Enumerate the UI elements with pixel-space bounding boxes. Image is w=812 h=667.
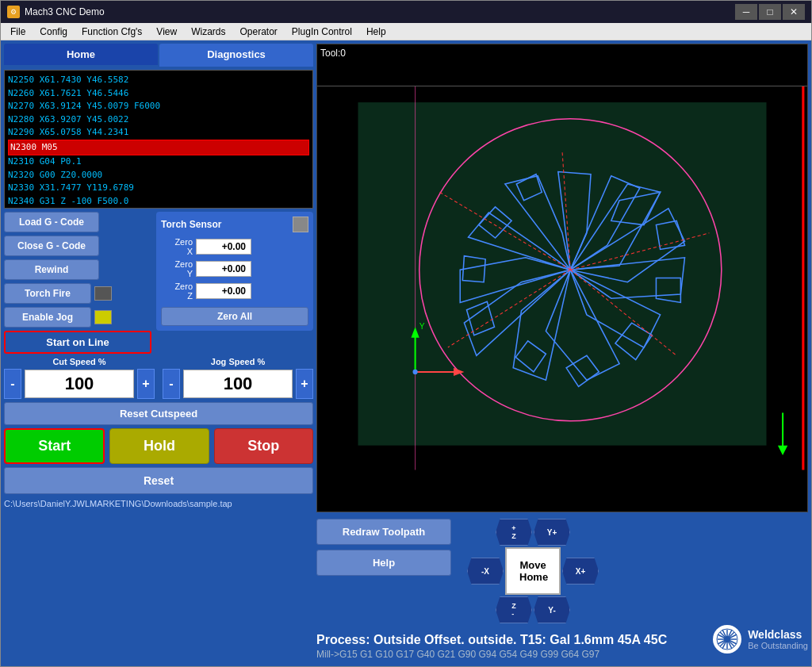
weldclass-text: Weldclass Be Outstanding (748, 628, 808, 650)
sensor-z-value[interactable] (196, 283, 251, 299)
sensor-indicator-light (293, 217, 308, 232)
svg-text:Y: Y (419, 322, 425, 331)
filepath: C:\Users\DanielY.JWLMARKETING\Downloads\… (4, 499, 313, 508)
right-panel: Tool:0 (316, 44, 808, 663)
speed-section: Cut Speed % - 100 + Jog Speed % - 100 + (4, 357, 313, 399)
sensor-y-label: ZeroY (161, 259, 193, 278)
y-minus-button[interactable]: Y- (534, 596, 570, 623)
close-gcode-button[interactable]: Close G - Code (4, 236, 99, 256)
sensor-x-value[interactable] (196, 239, 251, 255)
gcode-line-7: N2320 G00 Z20.0000 (8, 169, 309, 182)
sensor-x-row: ZeroX (161, 237, 308, 256)
title-bar-left: ⚙ Mach3 CNC Demo (7, 6, 105, 18)
bottom-controls: Redraw Toolpath Help +Z Y+ -X M (316, 516, 808, 627)
jog-speed-label: Jog Speed % (163, 357, 313, 366)
nav-bottom-row: Z- Y- (496, 596, 570, 623)
jog-indicator (94, 310, 112, 324)
toolpath-area: Tool:0 (316, 44, 808, 512)
z-plus-button[interactable]: +Z (496, 519, 532, 546)
jog-speed-plus[interactable]: + (296, 369, 313, 399)
enable-jog-button[interactable]: Enable Jog (4, 307, 91, 328)
title-bar: ⚙ Mach3 CNC Demo ─ □ ✕ (1, 1, 811, 23)
start-on-line-button[interactable]: Start on Line (4, 331, 151, 354)
y-plus-button[interactable]: Y+ (534, 519, 570, 546)
torch-fire-row: Torch Fire (4, 283, 151, 304)
title-bar-controls: ─ □ ✕ (735, 4, 805, 20)
z-minus-button[interactable]: Z- (496, 596, 532, 623)
jog-speed-group: Jog Speed % - 100 + (163, 357, 313, 399)
cut-speed-minus[interactable]: - (4, 369, 21, 399)
menu-file[interactable]: File (4, 25, 32, 39)
app-icon: ⚙ (7, 6, 20, 18)
zero-all-button[interactable]: Zero All (161, 307, 308, 326)
cut-speed-plus[interactable]: + (137, 369, 155, 399)
left-panel: Home Diagnostics N2250 X61.7430 Y46.5582… (4, 44, 313, 663)
gcode-line-2: N2270 X63.9124 Y45.0079 F6000 (8, 100, 309, 113)
gcode-line-1: N2260 X61.7621 Y46.5446 (8, 87, 309, 101)
z-axis-group: +Z (496, 519, 532, 546)
sensor-y-value[interactable] (196, 261, 251, 277)
svg-point-10 (413, 370, 418, 374)
weldclass-name: Weldclass (748, 628, 808, 641)
menu-operator[interactable]: Operator (234, 25, 284, 39)
x-plus-button[interactable]: X+ (562, 558, 599, 585)
minimize-button[interactable]: ─ (735, 4, 757, 20)
stop-button[interactable]: Stop (214, 428, 313, 464)
menu-help[interactable]: Help (360, 25, 393, 39)
process-subtitle: Mill->G15 G1 G10 G17 G40 G21 G90 G94 G54… (316, 649, 667, 660)
gcode-line-8: N2330 X31.7477 Y119.6789 (8, 182, 309, 195)
gcode-view[interactable]: N2250 X61.7430 Y46.5582 N2260 X61.7621 Y… (4, 70, 313, 209)
maximize-button[interactable]: □ (759, 4, 781, 20)
sensor-z-label: ZeroZ (161, 282, 193, 301)
sensor-x-label: ZeroX (161, 237, 193, 256)
torch-sensor-panel: Torch Sensor ZeroX ZeroY ZeroZ (156, 212, 313, 331)
bottom-buttons: Redraw Toolpath Help (316, 519, 451, 576)
close-button[interactable]: ✕ (783, 4, 805, 20)
redraw-toolpath-button[interactable]: Redraw Toolpath (316, 519, 451, 545)
sensor-y-row: ZeroY (161, 259, 308, 278)
process-info: Process: Outside Offset. outside. T15: G… (316, 630, 808, 663)
help-button[interactable]: Help (316, 550, 451, 576)
reset-cutspeed-button[interactable]: Reset Cutspeed (4, 402, 313, 425)
window-title: Mach3 CNC Demo (25, 6, 105, 17)
svg-point-24 (724, 636, 730, 642)
controls-section: Load G - Code Close G - Code Rewind Torc… (4, 212, 313, 354)
enable-jog-row: Enable Jog (4, 307, 151, 328)
main-content: Home Diagnostics N2250 X61.7430 Y46.5582… (1, 40, 811, 666)
menu-bar: File Config Function Cfg's View Wizards … (1, 23, 811, 40)
nav-top-row: +Z Y+ (496, 519, 570, 546)
tab-home[interactable]: Home (4, 44, 158, 67)
menu-wizards[interactable]: Wizards (185, 25, 232, 39)
cut-speed-group: Cut Speed % - 100 + (4, 357, 155, 399)
tab-diagnostics[interactable]: Diagnostics (159, 44, 313, 67)
load-gcode-button[interactable]: Load G - Code (4, 212, 99, 232)
torch-sensor-title: Torch Sensor (161, 217, 308, 232)
hold-button[interactable]: Hold (109, 428, 209, 464)
tool-label: Tool:0 (320, 48, 346, 59)
gcode-line-3: N2280 X63.9207 Y45.0022 (8, 113, 309, 127)
x-minus-button[interactable]: -X (467, 558, 504, 585)
jog-speed-minus[interactable]: - (163, 369, 180, 399)
action-buttons: Start Hold Stop (4, 428, 313, 464)
menu-config[interactable]: Config (33, 25, 74, 39)
gcode-line-4: N2290 X65.0758 Y44.2341 (8, 126, 309, 140)
weldclass-tagline: Be Outstanding (748, 641, 808, 650)
menu-view[interactable]: View (150, 25, 183, 39)
gcode-line-highlighted: N2300 M05 (8, 140, 309, 156)
gcode-line-0: N2250 X61.7430 Y46.5582 (8, 74, 309, 87)
rewind-button[interactable]: Rewind (4, 259, 99, 280)
reset-button[interactable]: Reset (4, 467, 313, 494)
move-home-button[interactable]: MoveHome (505, 547, 561, 595)
menu-plugin-control[interactable]: PlugIn Control (285, 25, 358, 39)
toolpath-svg: Y (317, 44, 807, 512)
process-text: Process: Outside Offset. outside. T15: G… (316, 633, 667, 660)
start-button[interactable]: Start (4, 428, 105, 464)
tab-bar: Home Diagnostics (4, 44, 313, 67)
cut-speed-control: - 100 + (4, 369, 155, 399)
cut-speed-value: 100 (25, 370, 134, 398)
cut-speed-label: Cut Speed % (4, 357, 155, 366)
torch-fire-button[interactable]: Torch Fire (4, 283, 91, 304)
torch-fire-indicator (94, 286, 112, 301)
menu-function-cfgs[interactable]: Function Cfg's (75, 25, 148, 39)
nav-cluster: +Z Y+ -X MoveHome X+ Z- Y- (467, 519, 599, 623)
